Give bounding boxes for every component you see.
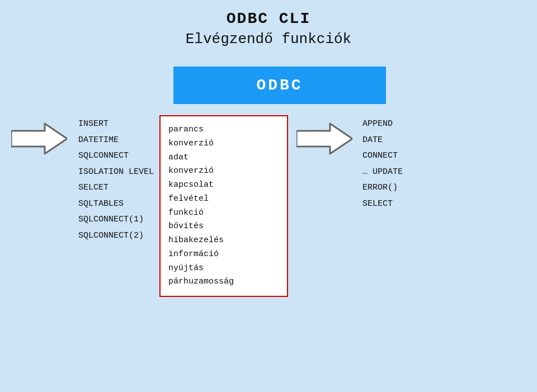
right-list: APPEND DATE CONNECT … UPDATE ERROR() SEL… [362, 118, 403, 210]
right-arrow-icon [296, 121, 352, 157]
center-item: nyújtás [168, 262, 279, 276]
center-item: felvétel [168, 192, 279, 206]
right-list-item: DATE [362, 134, 403, 147]
left-list: INSERT DATETIME SQLCONNECT ISOLATION LEV… [78, 118, 154, 242]
odbc-wrapper: ODBC [0, 56, 537, 104]
odbc-box: ODBC [173, 67, 386, 104]
left-arrow [11, 121, 67, 160]
center-item: hibakezelés [168, 234, 279, 248]
right-list-item: SELECT [362, 198, 403, 211]
right-area: APPEND DATE CONNECT … UPDATE ERROR() SEL… [296, 115, 526, 210]
list-item: SQLCONNECT(2) [78, 230, 154, 243]
list-item: SQLCONNECT [78, 150, 154, 163]
left-area: INSERT DATETIME SQLCONNECT ISOLATION LEV… [11, 115, 157, 242]
svg-marker-0 [11, 124, 67, 154]
center-item: párhuzamosság [168, 275, 279, 289]
svg-marker-1 [296, 124, 352, 154]
content-row: INSERT DATETIME SQLCONNECT ISOLATION LEV… [0, 115, 537, 297]
left-arrow-icon [11, 121, 67, 157]
center-item: funkció [168, 206, 279, 220]
center-item: konverzió [168, 137, 279, 151]
title-section: ODBC CLI Elvégzendő funkciók [0, 0, 537, 48]
right-list-item: … UPDATE [362, 166, 403, 179]
center-item: információ [168, 248, 279, 262]
list-item: ISOLATION LEVEL [78, 166, 154, 179]
center-item: konverzió [168, 164, 279, 178]
center-item: parancs [168, 123, 279, 137]
list-item: DATETIME [78, 134, 154, 147]
list-item: INSERT [78, 118, 154, 131]
list-item: SQLCONNECT(1) [78, 214, 154, 226]
page-container: ODBC CLI Elvégzendő funkciók ODBC INSERT [0, 0, 537, 392]
list-item: SELCET [78, 182, 154, 195]
right-list-item: APPEND [362, 118, 403, 131]
subtitle: Elvégzendő funkciók [0, 31, 537, 48]
right-arrow [296, 121, 352, 160]
center-item: adat [168, 151, 279, 165]
list-item: SQLTABLES [78, 198, 154, 211]
center-item: kapcsolat [168, 178, 279, 192]
center-box: parancs konverzió adat konverzió kapcsol… [159, 115, 288, 297]
main-title: ODBC CLI [0, 10, 537, 27]
center-item: bővítés [168, 220, 279, 234]
right-list-item: CONNECT [362, 150, 403, 163]
right-list-item: ERROR() [362, 182, 403, 195]
